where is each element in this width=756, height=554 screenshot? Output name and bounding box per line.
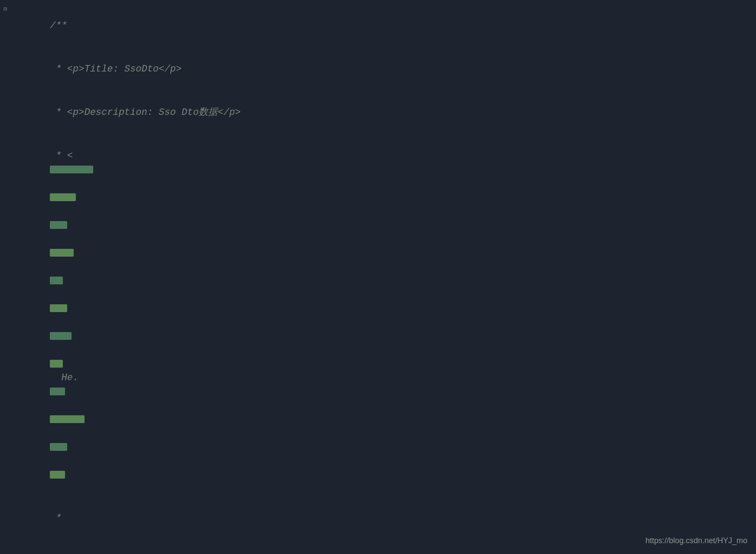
code-line-3: * <p>Description: Sso Dto数据</p> xyxy=(0,91,756,134)
line-content-4: * < He. xyxy=(12,135,756,496)
line-content-3: * <p>Description: Sso Dto数据</p> xyxy=(12,92,756,134)
code-editor: ⊟ /** * <p>Title: SsoDto</p> * <p>Descri… xyxy=(0,0,756,554)
code-line-5: * xyxy=(0,497,756,540)
code-line-6: * @author xyxy=(0,540,756,554)
fold-icon-1[interactable]: ⊟ xyxy=(0,5,12,13)
code-line-4: * < He. xyxy=(0,134,756,497)
watermark: https://blog.csdn.net/HYJ_mo xyxy=(645,536,747,545)
line-content-6: * @author xyxy=(12,541,756,554)
line-content-5: * xyxy=(12,498,756,539)
code-line-2: * <p>Title: SsoDto</p> xyxy=(0,48,756,91)
code-line-1: ⊟ /** xyxy=(0,4,756,48)
line-content-2: * <p>Title: SsoDto</p> xyxy=(12,49,756,90)
line-content-1: /** xyxy=(12,5,756,47)
